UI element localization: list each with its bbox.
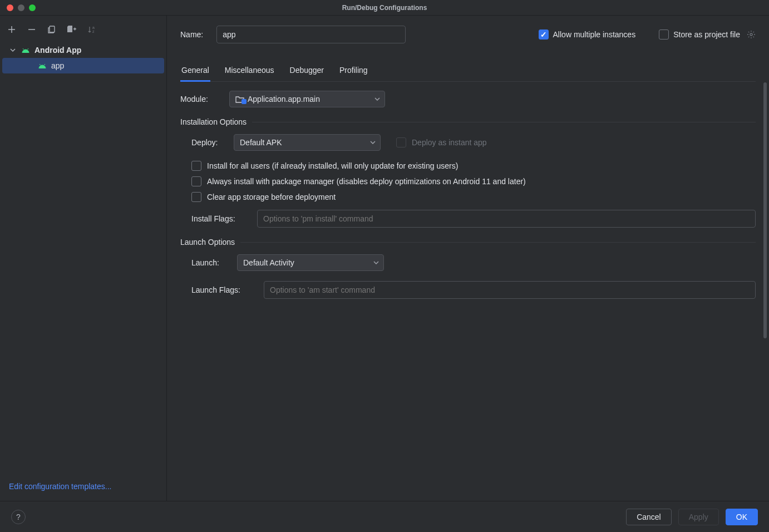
- tab-general[interactable]: General: [180, 62, 210, 82]
- launch-select[interactable]: Default Activity: [237, 254, 384, 271]
- deploy-value: Default APK: [240, 138, 282, 147]
- install-all-users-checkbox[interactable]: Install for all users (if already instal…: [191, 161, 756, 171]
- zoom-window-icon[interactable]: [29, 4, 36, 11]
- bottom-bar: ? Cancel Apply OK: [0, 501, 769, 532]
- tree-item-label: app: [51, 61, 64, 70]
- apply-button: Apply: [678, 509, 719, 525]
- tab-profiling[interactable]: Profiling: [338, 62, 369, 81]
- checkbox-disabled-icon: [396, 137, 406, 147]
- gear-icon[interactable]: [747, 30, 756, 39]
- launch-row: Launch: Default Activity: [191, 254, 756, 271]
- copy-icon[interactable]: [47, 24, 57, 35]
- tree-item-app[interactable]: app: [2, 58, 164, 73]
- sidebar-footer: Edit configuration templates...: [0, 475, 166, 501]
- android-icon: [38, 63, 47, 68]
- sort-icon[interactable]: az: [87, 24, 97, 35]
- window-title: Run/Debug Configurations: [342, 4, 427, 12]
- launch-options-body: Launch: Default Activity Launch Flags:: [180, 254, 756, 299]
- chevron-down-icon: [10, 47, 17, 53]
- launch-flags-input[interactable]: [264, 281, 756, 299]
- launch-flags-label: Launch Flags:: [191, 285, 256, 294]
- launch-value: Default Activity: [243, 258, 294, 267]
- launch-flags-row: Launch Flags:: [191, 281, 756, 299]
- tabs: General Miscellaneous Debugger Profiling: [180, 62, 756, 82]
- sidebar-toolbar: az: [0, 20, 166, 42]
- main-area: az Android App app Edit configuratio: [0, 16, 769, 501]
- tab-miscellaneous[interactable]: Miscellaneous: [224, 62, 275, 81]
- tree-category-android-app[interactable]: Android App: [2, 42, 164, 58]
- launch-options-section: Launch Options: [180, 238, 756, 247]
- store-project-checkbox[interactable]: Store as project file: [659, 29, 756, 40]
- install-all-users-label: Install for all users (if already instal…: [207, 161, 458, 170]
- chevron-down-icon: [370, 141, 376, 144]
- installation-options-section: Installation Options: [180, 117, 756, 126]
- install-flags-label: Install Flags:: [191, 214, 249, 223]
- deploy-instant-checkbox: Deploy as instant app: [396, 137, 487, 147]
- svg-rect-0: [50, 26, 55, 32]
- install-flags-input[interactable]: [257, 210, 756, 228]
- dialog-buttons: Cancel Apply OK: [626, 509, 758, 525]
- deploy-label: Deploy:: [191, 138, 226, 147]
- install-flags-row: Install Flags:: [191, 210, 756, 228]
- name-row: Name: ✓ Allow multiple instances Store a…: [180, 26, 756, 43]
- checkbox-checked-icon: ✓: [539, 29, 549, 40]
- android-icon: [21, 47, 30, 53]
- name-label: Name:: [180, 30, 203, 39]
- module-label: Module:: [180, 95, 221, 104]
- allow-multiple-label: Allow multiple instances: [553, 30, 636, 39]
- svg-point-7: [750, 33, 752, 36]
- tab-debugger[interactable]: Debugger: [289, 62, 326, 81]
- general-tab-body: Module: Application.app.main Installatio…: [180, 82, 756, 309]
- module-row: Module: Application.app.main: [180, 91, 756, 107]
- minimize-window-icon: [18, 4, 24, 11]
- titlebar: Run/Debug Configurations: [0, 0, 769, 16]
- edit-templates-link[interactable]: Edit configuration templates...: [9, 482, 111, 491]
- content-pane: Name: ✓ Allow multiple instances Store a…: [167, 16, 769, 501]
- svg-text:a: a: [92, 26, 95, 29]
- allow-multiple-checkbox[interactable]: ✓ Allow multiple instances: [539, 29, 636, 40]
- store-project-label: Store as project file: [673, 30, 740, 39]
- checkbox-icon: [659, 29, 669, 40]
- cancel-button[interactable]: Cancel: [626, 509, 672, 525]
- svg-text:z: z: [92, 29, 95, 33]
- module-select[interactable]: Application.app.main: [229, 91, 385, 107]
- checkbox-icon: [191, 176, 201, 186]
- installation-options-body: Deploy: Default APK Deploy as instant ap…: [180, 134, 756, 228]
- folder-module-icon: [235, 96, 244, 103]
- name-input[interactable]: [216, 26, 406, 43]
- always-pkg-mgr-label: Always install with package manager (dis…: [207, 177, 526, 186]
- checkbox-icon: [191, 192, 201, 202]
- remove-icon[interactable]: [27, 24, 37, 35]
- module-value: Application.app.main: [248, 95, 320, 104]
- checkbox-icon: [191, 161, 201, 171]
- chevron-down-icon: [374, 97, 380, 101]
- help-icon[interactable]: ?: [11, 510, 26, 524]
- tree-category-label: Android App: [34, 46, 81, 55]
- config-tree: Android App app: [0, 42, 166, 475]
- clear-storage-checkbox[interactable]: Clear app storage before deployment: [191, 192, 756, 202]
- deploy-instant-label: Deploy as instant app: [412, 138, 487, 147]
- deploy-select[interactable]: Default APK: [234, 134, 381, 151]
- ok-button[interactable]: OK: [726, 509, 758, 525]
- clear-storage-label: Clear app storage before deployment: [207, 193, 336, 201]
- always-pkg-mgr-checkbox[interactable]: Always install with package manager (dis…: [191, 176, 756, 186]
- scrollbar[interactable]: [763, 82, 767, 338]
- chevron-down-icon: [373, 261, 379, 264]
- launch-label: Launch:: [191, 258, 229, 267]
- window-controls: [0, 4, 36, 11]
- sidebar: az Android App app Edit configuratio: [0, 16, 167, 501]
- close-window-icon[interactable]: [7, 4, 13, 11]
- deploy-row: Deploy: Default APK Deploy as instant ap…: [191, 134, 756, 151]
- save-template-icon[interactable]: [67, 24, 77, 35]
- add-icon[interactable]: [7, 24, 17, 35]
